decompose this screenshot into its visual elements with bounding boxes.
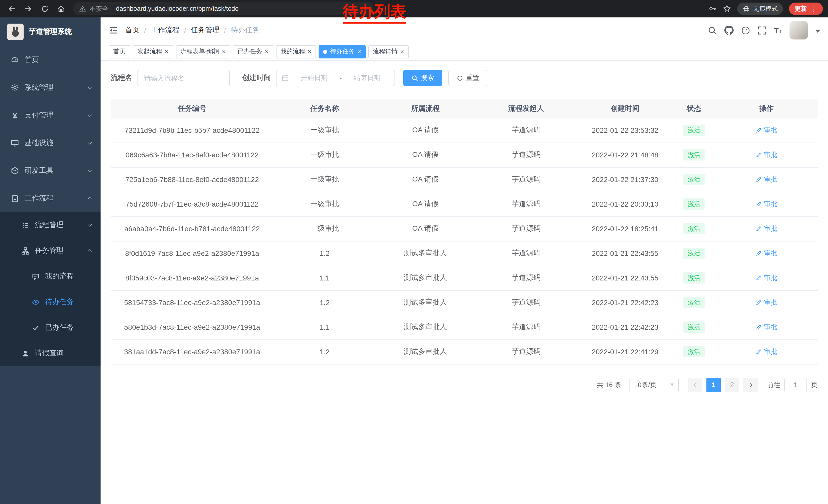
approve-label: 审批 <box>764 249 777 258</box>
tab-close-icon[interactable]: × <box>308 48 312 55</box>
avatar[interactable] <box>790 21 808 40</box>
tab-done-tasks[interactable]: 已办任务× <box>233 45 273 58</box>
font-size-icon[interactable]: TT <box>774 27 782 34</box>
sidebar-item-my-process[interactable]: 我的流程 <box>0 264 100 289</box>
sidebar-item-task-mgmt[interactable]: 任务管理 <box>0 238 100 264</box>
approve-link[interactable]: 审批 <box>756 322 777 332</box>
approve-link[interactable]: 审批 <box>756 273 777 282</box>
browser-menu-icon[interactable]: ⋮ <box>811 5 817 12</box>
start-date-placeholder[interactable]: 开始日期 <box>292 73 336 83</box>
app-logo[interactable]: 芋道管理系统 <box>0 17 100 46</box>
end-date-placeholder[interactable]: 结束日期 <box>345 73 389 83</box>
page-content: 流程名 创建时间 开始日期 - 结束日期 搜索 <box>100 60 828 504</box>
tab-my-processes[interactable]: 我的流程× <box>276 45 316 58</box>
cell-initiator: 芋道源码 <box>475 241 577 266</box>
approve-link[interactable]: 审批 <box>756 150 777 159</box>
tab-todo-tasks[interactable]: 待办任务× <box>319 45 366 58</box>
date-range-picker[interactable]: 开始日期 - 结束日期 <box>276 70 395 86</box>
security-chip[interactable]: 不安全 <box>90 4 108 13</box>
tab-label: 流程详情 <box>373 47 398 56</box>
tab-process-detail[interactable]: 流程详情× <box>368 45 409 58</box>
tab-close-icon[interactable]: × <box>265 48 268 55</box>
github-icon[interactable] <box>724 26 733 35</box>
approve-label: 审批 <box>764 322 777 332</box>
help-icon[interactable]: ? <box>741 26 750 35</box>
cell-initiator: 芋道源码 <box>475 118 577 142</box>
approve-link[interactable]: 审批 <box>756 126 777 135</box>
status-badge: 激活 <box>683 297 705 308</box>
star-icon[interactable] <box>723 5 731 13</box>
table-row: 069c6a63-7b8a-11ec-8ef0-acde48001122一级审批… <box>111 142 818 167</box>
logo-image <box>7 24 24 40</box>
tab-form-edit[interactable]: 流程表单-编辑× <box>176 45 230 58</box>
process-name-input[interactable] <box>137 70 230 86</box>
cell-created-time: 2022-01-21 22:41:29 <box>577 339 673 364</box>
cell-status: 激活 <box>673 216 715 241</box>
forward-button[interactable] <box>22 2 35 15</box>
address-bar[interactable]: 不安全 dashboard.yudao.iocoder.cn/bpm/task/… <box>73 2 373 15</box>
tab-start-process[interactable]: 发起流程× <box>133 45 173 58</box>
column-header: 任务编号 <box>111 99 274 118</box>
page-button-1[interactable]: 1 <box>706 378 721 392</box>
approve-link[interactable]: 审批 <box>756 224 777 233</box>
cell-task-name: 一级审批 <box>274 118 376 142</box>
refresh-button[interactable] <box>38 2 51 15</box>
tab-close-icon[interactable]: × <box>357 48 361 55</box>
prev-page-button[interactable] <box>688 378 702 392</box>
cell-initiator: 芋道源码 <box>475 142 577 167</box>
breadcrumb-item[interactable]: 任务管理 <box>191 26 219 35</box>
sidebar-item-workflow[interactable]: 工作流程 <box>0 185 100 212</box>
page-size-select[interactable]: 10条/页 <box>629 378 679 392</box>
cell-action: 审批 <box>715 167 818 192</box>
search-icon[interactable] <box>708 26 716 35</box>
sidebar-item-label: 待办任务 <box>45 297 74 307</box>
table-row: 73211d9d-7b9b-11ec-b5b7-acde48001122一级审批… <box>111 118 818 142</box>
cell-process: OA 请假 <box>376 118 475 142</box>
tab-close-icon[interactable]: × <box>165 48 169 55</box>
goto-suffix: 页 <box>811 380 818 390</box>
sidebar-item-leave-query[interactable]: 请假查询 <box>0 340 100 366</box>
collapse-sidebar-icon[interactable] <box>109 26 118 35</box>
sidebar-item-infra[interactable]: 基础设施 <box>0 129 100 157</box>
approve-label: 审批 <box>764 224 777 233</box>
cell-action: 审批 <box>715 192 818 216</box>
approve-label: 审批 <box>764 126 777 135</box>
sidebar-item-devtools[interactable]: 研发工具 <box>0 157 100 185</box>
tab-close-icon[interactable]: × <box>400 48 404 55</box>
breadcrumb-item[interactable]: 工作流程 <box>151 26 179 35</box>
sidebar-item-payment[interactable]: ¥ 支付管理 <box>0 101 100 129</box>
key-icon[interactable] <box>708 5 717 13</box>
home-button[interactable] <box>54 2 68 15</box>
caret-down-icon[interactable] <box>816 30 820 35</box>
goto-page-input[interactable] <box>784 378 807 392</box>
tab-home[interactable]: 首页 <box>109 45 130 58</box>
reset-button[interactable]: 重置 <box>448 70 487 86</box>
url-text: dashboard.yudao.iocoder.cn/bpm/task/todo <box>116 5 239 12</box>
tab-close-icon[interactable]: × <box>222 48 226 55</box>
update-button[interactable]: 更新 ⋮ <box>789 3 823 15</box>
sidebar-item-process-mgmt[interactable]: 流程管理 <box>0 212 100 238</box>
fullscreen-icon[interactable] <box>757 26 766 35</box>
sidebar-item-todo-task[interactable]: 待办任务 <box>0 289 100 315</box>
approve-link[interactable]: 审批 <box>756 249 777 258</box>
back-button[interactable] <box>5 2 18 15</box>
approve-link[interactable]: 审批 <box>756 298 777 307</box>
breadcrumb-item[interactable]: 首页 <box>125 26 139 35</box>
tab-label: 已办任务 <box>238 47 262 56</box>
cell-status: 激活 <box>673 339 715 364</box>
next-page-button[interactable] <box>743 378 758 392</box>
approve-link[interactable]: 审批 <box>756 175 777 184</box>
sidebar-item-system[interactable]: 系统管理 <box>0 74 100 101</box>
approve-link[interactable]: 审批 <box>756 347 777 356</box>
sidebar-item-label: 研发工具 <box>25 166 53 175</box>
cell-task-id: a6aba0a4-7b6d-11ec-b781-acde48001122 <box>111 216 274 241</box>
page-button-2[interactable]: 2 <box>725 378 739 392</box>
cell-status: 激活 <box>673 266 715 290</box>
sidebar-item-home[interactable]: 首页 <box>0 46 100 74</box>
cell-initiator: 芋道源码 <box>475 167 577 192</box>
cell-task-id: 75d72608-7b7f-11ec-a3c8-acde48001122 <box>111 192 274 216</box>
approve-link[interactable]: 审批 <box>756 199 777 209</box>
search-button[interactable]: 搜索 <box>403 70 442 86</box>
filter-bar: 流程名 创建时间 开始日期 - 结束日期 搜索 <box>111 70 818 86</box>
sidebar-item-done-task[interactable]: 已办任务 <box>0 315 100 340</box>
